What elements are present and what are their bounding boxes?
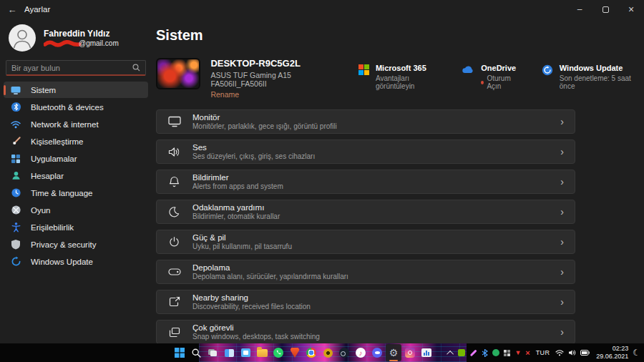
green-app-tray-icon[interactable] — [492, 349, 499, 356]
nvidia-tray-icon[interactable] — [458, 349, 465, 356]
brave-icon[interactable] — [287, 344, 303, 361]
alert-dot-icon — [481, 81, 484, 84]
settings-row-guc-pil[interactable]: Güç & pilUyku, pil kullanımı, pil tasarr… — [156, 230, 575, 254]
main-content: Sistem DESKTOP-R9C5G2L ASUS TUF Gaming A… — [156, 20, 637, 350]
widgets-icon[interactable] — [221, 344, 237, 361]
sidebar-item-oyun[interactable]: Oyun — [4, 202, 148, 218]
quick-card-onedrive[interactable]: OneDrive Oturum Açın — [462, 64, 520, 90]
quick-cards: Microsoft 365 Avantajları görüntüleyin O… — [337, 58, 637, 90]
brush-icon — [10, 136, 21, 147]
close-button[interactable] — [618, 0, 644, 19]
music-icon[interactable] — [353, 344, 369, 361]
settings-list: MonitörMonitörler, parlaklık, gece ışığı… — [156, 109, 575, 344]
steam-icon[interactable] — [336, 344, 352, 361]
user-name: Fahreddin Yıldız — [44, 29, 119, 39]
quick-card-subtitle: Avantajları görüntüleyin — [376, 74, 440, 90]
settings-row-depolama[interactable]: DepolamaDepolama alanı, sürücüler, yapıl… — [156, 260, 575, 284]
user-profile[interactable]: Fahreddin Yıldız @gmail.com — [0, 20, 152, 59]
system-monitor-icon[interactable] — [419, 344, 434, 361]
update-icon — [10, 256, 21, 268]
quick-card-subtitle: Oturum Açın — [481, 74, 520, 90]
wifi-tray-icon[interactable] — [555, 350, 564, 356]
taskbar: TUR 02:23 29.06.2021 — [0, 343, 644, 362]
rename-link[interactable]: Rename — [210, 90, 337, 99]
back-icon[interactable] — [0, 4, 24, 15]
whatsapp-icon[interactable] — [270, 344, 286, 361]
device-thumbnail — [156, 58, 200, 89]
settings-row-monitor[interactable]: MonitörMonitörler, parlaklık, gece ışığı… — [156, 109, 575, 134]
microsoft-store-icon[interactable] — [238, 344, 253, 361]
search-icon[interactable] — [188, 344, 204, 361]
instagram-icon[interactable] — [402, 344, 418, 361]
device-header: DESKTOP-R9C5G2L ASUS TUF Gaming A15 FA50… — [156, 58, 637, 99]
quick-card-title: Windows Update — [560, 64, 637, 72]
bluetooth-tray-icon[interactable] — [482, 349, 488, 357]
sidebar-item-sistem[interactable]: Sistem — [4, 82, 148, 98]
clock-date: 29.06.2021 — [596, 353, 628, 361]
settings-row-ses[interactable]: SesSes düzeyleri, çıkış, giriş, ses ciha… — [156, 140, 575, 164]
chrome-icon[interactable] — [303, 344, 319, 361]
clock-time: 02:23 — [596, 345, 628, 353]
window-title: Ayarlar — [24, 5, 50, 14]
device-name: DESKTOP-R9C5G2L — [210, 58, 337, 69]
chevron-up-icon[interactable] — [449, 351, 454, 356]
apps-icon — [10, 153, 21, 165]
focus-assist-moon-icon[interactable] — [633, 348, 640, 358]
grid-tray-icon[interactable] — [504, 350, 510, 356]
close-tray-icon[interactable] — [525, 348, 530, 357]
page-title: Sistem — [156, 27, 637, 44]
taskbar-clock[interactable]: 02:23 29.06.2021 — [594, 345, 628, 361]
windows-update-icon — [542, 64, 553, 77]
language-indicator[interactable]: TUR — [535, 349, 551, 356]
pen-tray-icon[interactable] — [469, 352, 477, 354]
settings-row-cok-gorevli[interactable]: Çok görevliSnap windows, desktops, task … — [156, 320, 575, 344]
accessibility-icon — [10, 222, 21, 233]
redaction-scribble — [44, 40, 81, 47]
quick-card-title: OneDrive — [481, 64, 520, 72]
device-model: ASUS TUF Gaming A15 FA506II_FA506II — [210, 71, 337, 88]
chevron-right-icon — [560, 146, 564, 157]
quick-card-windows-update[interactable]: Windows Update Son denetleme: 5 saat önc… — [542, 64, 637, 90]
sidebar-item-erisilebilirlik[interactable]: Erişilebilirlik — [4, 219, 148, 235]
game-wheel-icon[interactable] — [320, 344, 336, 361]
system-tray: TUR 02:23 29.06.2021 — [449, 343, 640, 362]
settings-row-nearby-sharing[interactable]: Nearby sharingDiscoverability, received … — [156, 290, 575, 314]
titlebar: Ayarlar — [0, 0, 644, 19]
task-view-icon[interactable] — [205, 344, 220, 361]
wifi-icon — [10, 119, 21, 130]
file-explorer-icon[interactable] — [254, 344, 270, 361]
storage-icon — [167, 265, 181, 279]
search-input[interactable] — [11, 64, 132, 72]
windows-start-icon[interactable] — [172, 344, 187, 361]
speaker-icon — [167, 145, 181, 159]
settings-row-bildirimler[interactable]: BildirimlerAlerts from apps and system — [156, 170, 575, 194]
xbox-icon — [10, 205, 21, 216]
sidebar-item-hesaplar[interactable]: Hesaplar — [4, 167, 148, 184]
sidebar-item-network-internet[interactable]: Network & internet — [4, 116, 148, 132]
settings-row-odaklanma-yardimi[interactable]: Odaklanma yardımıBildirimler, otomatik k… — [156, 200, 575, 224]
chevron-right-icon — [560, 266, 564, 278]
search-box[interactable] — [6, 60, 146, 76]
sidebar-item-kisisellestirme[interactable]: Kişiselleştirme — [4, 133, 148, 150]
discord-icon[interactable] — [369, 344, 385, 361]
maximize-button[interactable] — [592, 0, 618, 19]
sidebar-item-privacy-security[interactable]: Privacy & security — [4, 236, 148, 253]
minimize-button[interactable] — [567, 0, 592, 19]
microsoft-365-logo — [358, 64, 369, 77]
sidebar-item-time-language[interactable]: Time & language — [4, 185, 148, 201]
settings-icon[interactable] — [386, 344, 401, 361]
bluetooth-icon — [10, 102, 21, 113]
quick-card-subtitle: Son denetleme: 5 saat önce — [560, 74, 637, 90]
shield-icon — [10, 239, 21, 250]
search-icon — [132, 64, 140, 72]
download-tray-icon[interactable] — [514, 349, 521, 356]
avatar — [9, 24, 36, 52]
sidebar-item-bluetooth-devices[interactable]: Bluetooth & devices — [4, 99, 148, 115]
sidebar-item-uygulamalar[interactable]: Uygulamalar — [4, 150, 148, 167]
volume-tray-icon[interactable] — [568, 349, 576, 356]
sidebar: Fahreddin Yıldız @gmail.com Sistem Bluet… — [0, 20, 152, 270]
battery-tray-icon[interactable] — [580, 350, 590, 356]
quick-card-microsoft-365[interactable]: Microsoft 365 Avantajları görüntüleyin — [358, 64, 440, 90]
user-email: @gmail.com — [44, 39, 119, 47]
sidebar-item-windows-update[interactable]: Windows Update — [4, 253, 148, 270]
